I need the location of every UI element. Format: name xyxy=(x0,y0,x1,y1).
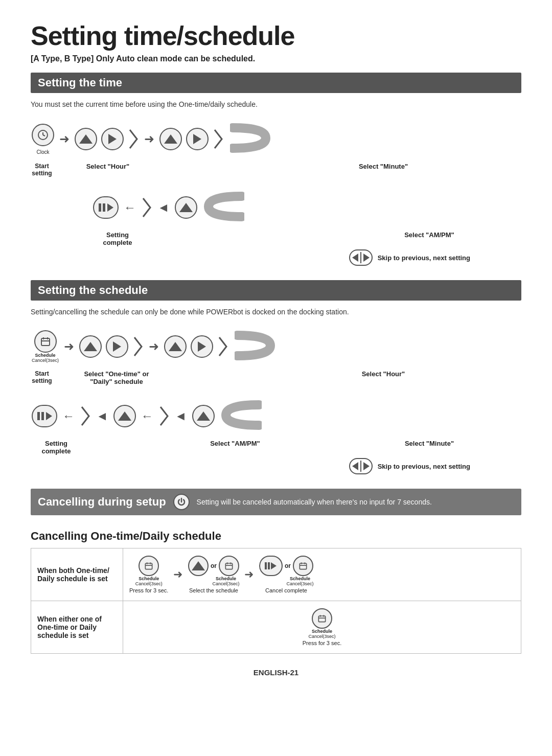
arrow-left-1: ← xyxy=(124,200,136,215)
up-button-s4 xyxy=(113,405,136,427)
svg-rect-15 xyxy=(225,563,232,569)
cancel-table: When both One-time/Daily schedule is set xyxy=(31,548,521,654)
curve-right-1 xyxy=(230,118,271,161)
up-button-2 xyxy=(159,128,182,150)
setting-complete-s-label: Setting complete xyxy=(31,440,82,455)
select-minute-s-label: Select "Minute" xyxy=(388,440,470,447)
setting-schedule-desc: Setting/cancelling the schedule can only… xyxy=(31,308,521,316)
select-ampm-label: Select "AM/PM" xyxy=(388,231,470,239)
power-icon xyxy=(173,494,190,510)
cancel-complete-btn: or Schedule Cancel(3sec xyxy=(259,556,313,593)
up-button-1 xyxy=(75,128,97,150)
setting-schedule-section: Setting the schedule Setting/cancelling … xyxy=(31,280,521,474)
select-minute-label: Select "Minute" xyxy=(348,163,419,170)
bracket-right-3 xyxy=(141,196,152,219)
svg-line-2 xyxy=(43,135,45,136)
arrow2: ➜ xyxy=(144,132,154,146)
setting-schedule-header: Setting the schedule xyxy=(31,280,521,301)
bracket-right-s1 xyxy=(132,335,144,358)
curve-right-2 xyxy=(235,325,275,368)
skip-buttons xyxy=(349,249,373,266)
play-button-s1 xyxy=(106,335,128,358)
svg-rect-23 xyxy=(318,616,325,622)
up-button-s5 xyxy=(192,405,215,427)
cancel-schedule-btn-2: Schedule Cancel(3sec) Press for 3 sec. xyxy=(303,608,341,646)
svg-rect-5 xyxy=(41,338,50,346)
schedule-label: Schedule xyxy=(35,353,56,358)
skip-row-time: Skip to previous, next setting xyxy=(31,249,521,266)
bracket-right-s4 xyxy=(158,405,170,427)
up-button-s2 xyxy=(164,335,187,358)
cancel-schedule-btn-1: Schedule Cancel(3sec) Press for 3 sec. xyxy=(129,556,168,593)
select-ampm-s-label: Select "AM/PM" xyxy=(194,440,276,447)
bracket-right-s2 xyxy=(217,335,228,358)
bracket-right-s3 xyxy=(80,405,91,427)
up-button-s1 xyxy=(79,335,102,358)
select-hour-s-label: Select "Hour" xyxy=(348,370,419,378)
skip-buttons-s xyxy=(349,458,373,474)
bracket-right-2 xyxy=(213,128,224,150)
play-button-1 xyxy=(101,128,124,150)
up-button-3 xyxy=(175,196,197,219)
cancelling-schedule-section: Cancelling One-time/Daily schedule When … xyxy=(31,530,521,654)
arrow1: ➜ xyxy=(59,132,70,146)
start-setting-label: Start setting xyxy=(31,163,53,177)
skip-label-schedule: Skip to previous, next setting xyxy=(378,463,470,470)
arrow-back-1: ◄ xyxy=(157,200,170,215)
play-button-s2 xyxy=(191,335,213,358)
cancel-label-both: When both One-time/Daily schedule is set xyxy=(31,548,123,601)
cancel-or-btn: or Schedule Cancel(3sec xyxy=(188,556,239,593)
cancel-steps-either: Schedule Cancel(3sec) Press for 3 sec. xyxy=(123,601,521,654)
skip-label-time: Skip to previous, next setting xyxy=(378,254,470,262)
play-pause-button-s xyxy=(32,405,57,427)
cancel-label-either: When either one ofOne-time or Dailysched… xyxy=(31,601,123,654)
cancel-row-either: When either one ofOne-time or Dailysched… xyxy=(31,601,521,654)
start-setting-s-label: Start setting xyxy=(31,370,53,384)
svg-rect-11 xyxy=(146,563,152,569)
setting-time-section: Setting the time You must set the curren… xyxy=(31,73,521,266)
select-hour-label: Select "Hour" xyxy=(70,163,141,170)
setting-complete-label: Setting complete xyxy=(92,231,143,246)
cancel-row-both: When both One-time/Daily schedule is set xyxy=(31,548,521,601)
page-footer: ENGLISH-21 xyxy=(31,668,521,677)
setting-time-desc: You must set the current time before usi… xyxy=(31,100,521,108)
skip-row-schedule: Skip to previous, next setting xyxy=(31,458,521,474)
select-onetime-label: Select "One-time" or "Daily" schedule xyxy=(70,370,162,385)
svg-rect-19 xyxy=(300,563,306,569)
schedule-button: Schedule Cancel(3sec) xyxy=(32,330,59,363)
play-button-2 xyxy=(186,128,209,150)
cancel-steps-both: Schedule Cancel(3sec) Press for 3 sec. ➜… xyxy=(123,548,521,601)
bracket-right-1 xyxy=(128,128,139,150)
cancel-3sec-label-1: Cancel(3sec) xyxy=(32,358,59,363)
setting-time-header: Setting the time xyxy=(31,73,521,93)
clock-button: Clock xyxy=(32,124,54,155)
cancelling-schedule-header: Cancelling One-time/Daily schedule xyxy=(31,530,521,543)
cancelling-setup-header: Cancelling during setup xyxy=(38,495,166,509)
curve-left-1 xyxy=(203,186,244,229)
page-title: Setting time/schedule xyxy=(31,20,521,51)
curve-left-2 xyxy=(221,395,262,438)
play-pause-button xyxy=(93,196,119,219)
cancelling-setup-desc: Setting will be canceled automatically w… xyxy=(197,498,432,506)
cancelling-setup-section: Cancelling during setup Setting will be … xyxy=(31,489,521,515)
page-subtitle: [A Type, B Type] Only Auto clean mode ca… xyxy=(31,54,521,63)
clock-label: Clock xyxy=(36,149,49,155)
